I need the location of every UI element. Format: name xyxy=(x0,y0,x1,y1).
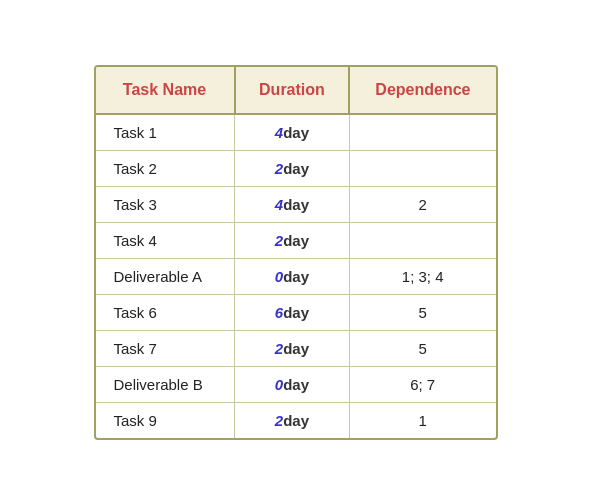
cell-dependence: 2 xyxy=(349,186,495,222)
cell-duration: 2day xyxy=(235,330,350,366)
duration-unit: day xyxy=(283,304,309,321)
table-row: Task 66day5 xyxy=(96,294,496,330)
cell-task-name: Task 1 xyxy=(96,114,235,151)
cell-task-name: Task 7 xyxy=(96,330,235,366)
duration-unit: day xyxy=(283,124,309,141)
duration-number: 2 xyxy=(275,160,283,177)
duration-unit: day xyxy=(283,160,309,177)
duration-unit: day xyxy=(283,232,309,249)
table-row: Task 34day2 xyxy=(96,186,496,222)
header-dependence: Dependence xyxy=(349,67,495,114)
cell-duration: 0day xyxy=(235,258,350,294)
duration-number: 0 xyxy=(275,376,283,393)
cell-dependence xyxy=(349,114,495,151)
duration-unit: day xyxy=(283,196,309,213)
duration-unit: day xyxy=(283,376,309,393)
table-row: Deliverable B0day6; 7 xyxy=(96,366,496,402)
cell-dependence: 1 xyxy=(349,402,495,438)
cell-duration: 2day xyxy=(235,150,350,186)
cell-task-name: Deliverable B xyxy=(96,366,235,402)
cell-task-name: Task 9 xyxy=(96,402,235,438)
table-row: Task 22day xyxy=(96,150,496,186)
cell-duration: 4day xyxy=(235,186,350,222)
task-table: Task Name Duration Dependence Task 14day… xyxy=(96,67,496,438)
cell-dependence: 6; 7 xyxy=(349,366,495,402)
cell-dependence: 5 xyxy=(349,294,495,330)
duration-number: 2 xyxy=(275,340,283,357)
duration-number: 2 xyxy=(275,412,283,429)
cell-task-name: Task 2 xyxy=(96,150,235,186)
cell-dependence: 1; 3; 4 xyxy=(349,258,495,294)
table-row: Task 92day1 xyxy=(96,402,496,438)
duration-number: 6 xyxy=(275,304,283,321)
cell-task-name: Task 4 xyxy=(96,222,235,258)
cell-duration: 2day xyxy=(235,402,350,438)
header-row: Task Name Duration Dependence xyxy=(96,67,496,114)
duration-number: 2 xyxy=(275,232,283,249)
duration-unit: day xyxy=(283,340,309,357)
main-table-container: Task Name Duration Dependence Task 14day… xyxy=(94,65,498,440)
cell-task-name: Deliverable A xyxy=(96,258,235,294)
table-row: Task 72day5 xyxy=(96,330,496,366)
duration-unit: day xyxy=(283,412,309,429)
table-row: Task 42day xyxy=(96,222,496,258)
cell-dependence xyxy=(349,150,495,186)
table-row: Task 14day xyxy=(96,114,496,151)
cell-dependence xyxy=(349,222,495,258)
cell-duration: 0day xyxy=(235,366,350,402)
header-task-name: Task Name xyxy=(96,67,235,114)
duration-number: 4 xyxy=(275,124,283,141)
header-duration: Duration xyxy=(235,67,350,114)
table-row: Deliverable A0day1; 3; 4 xyxy=(96,258,496,294)
cell-task-name: Task 3 xyxy=(96,186,235,222)
cell-duration: 4day xyxy=(235,114,350,151)
cell-task-name: Task 6 xyxy=(96,294,235,330)
cell-dependence: 5 xyxy=(349,330,495,366)
duration-number: 0 xyxy=(275,268,283,285)
cell-duration: 6day xyxy=(235,294,350,330)
cell-duration: 2day xyxy=(235,222,350,258)
duration-unit: day xyxy=(283,268,309,285)
duration-number: 4 xyxy=(275,196,283,213)
